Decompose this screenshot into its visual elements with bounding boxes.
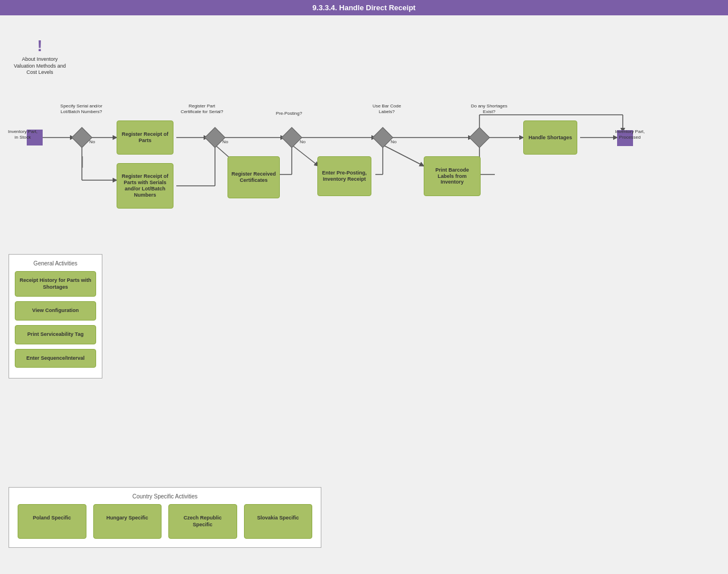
- exclamation-icon: !: [11, 38, 68, 54]
- handle-shortages[interactable]: Handle Shortages: [523, 120, 577, 155]
- register-receipt-parts[interactable]: Register Receipt of Parts: [117, 120, 173, 155]
- activity-receipt-history[interactable]: Receipt History for Parts with Shortages: [15, 271, 96, 297]
- no-label-4: No: [391, 139, 396, 144]
- q5-label: Do any Shortages Exist?: [466, 103, 512, 114]
- q4-label: Use Bar Code Labels?: [364, 103, 410, 114]
- activity-slovakia[interactable]: Slovakia Specific: [244, 504, 313, 539]
- activity-view-config[interactable]: View Configuration: [15, 301, 96, 321]
- diamond-1: [72, 127, 93, 148]
- activity-print-serviceability[interactable]: Print Serviceability Tag: [15, 325, 96, 344]
- svg-line-12: [292, 145, 318, 166]
- end-label: Inventory Part, Processed: [611, 129, 648, 140]
- activity-poland[interactable]: Poland Specific: [18, 504, 86, 539]
- no-label-1: No: [89, 139, 95, 144]
- activity-enter-sequence[interactable]: Enter Sequence/Interval: [15, 349, 96, 368]
- diamond-3: [282, 127, 303, 148]
- info-box: ! About Inventory Valuation Methods and …: [11, 38, 68, 76]
- register-receipt-parts-serials[interactable]: Register Receipt of Parts with Serials a…: [117, 163, 173, 209]
- activity-hungary[interactable]: Hungary Specific: [93, 504, 162, 539]
- print-barcode-inventory[interactable]: Print Barcode Labels from Inventory: [424, 156, 481, 196]
- q2-label: Register Part Certificate for Serial?: [179, 103, 225, 114]
- q3-label: Pre-Posting?: [272, 111, 306, 117]
- general-panel-title: General Activities: [15, 260, 96, 267]
- no-label-2: No: [222, 139, 228, 144]
- q1-label: Specify Serial and/or Lot/Batch Numbers?: [59, 103, 104, 114]
- start-label: Inventory Part, in Stock: [6, 129, 40, 140]
- diamond-2: [205, 127, 226, 148]
- register-received-certificates[interactable]: Register Received Certificates: [228, 156, 280, 198]
- diamond-5: [469, 127, 490, 148]
- general-activities-panel: General Activities Receipt History for P…: [9, 254, 102, 378]
- enter-pre-posting[interactable]: Enter Pre-Posting, Inventory Receipt: [317, 156, 371, 196]
- activity-czech[interactable]: Czech Republic Specific: [168, 504, 237, 539]
- diamond-4: [373, 127, 394, 148]
- title-bar: 9.3.3.4. Handle Direct Receipt: [0, 0, 728, 15]
- svg-line-16: [383, 145, 424, 166]
- country-activities-panel: Country Specific Activities Poland Speci…: [9, 487, 321, 548]
- no-label-3: No: [300, 139, 305, 144]
- country-panel-title: Country Specific Activities: [18, 493, 312, 500]
